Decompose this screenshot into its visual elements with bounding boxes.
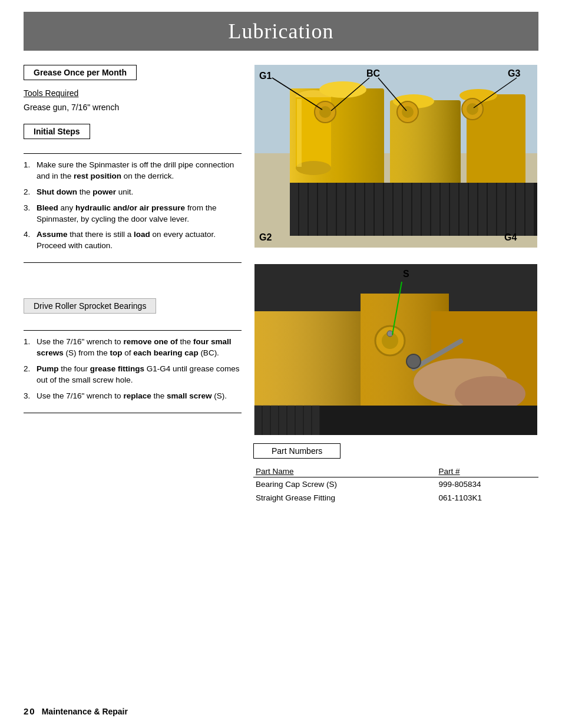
svg-rect-28 xyxy=(431,183,439,236)
tools-required-label: Tools Required xyxy=(24,88,242,98)
step-num: 3. xyxy=(24,203,37,214)
svg-rect-26 xyxy=(412,183,421,236)
svg-text:G1: G1 xyxy=(259,71,272,81)
svg-text:G3: G3 xyxy=(508,68,520,78)
step-num: 2. xyxy=(24,364,37,375)
svg-rect-34 xyxy=(488,183,496,236)
step-num: 1. xyxy=(24,160,37,171)
svg-rect-22 xyxy=(375,183,383,236)
list-item: 1. Use the 7/16" wrench to remove one of… xyxy=(24,337,242,359)
svg-rect-76 xyxy=(296,406,303,435)
svg-rect-30 xyxy=(450,183,458,236)
svg-rect-77 xyxy=(304,406,311,435)
list-item: 2. Shut down the power unit. xyxy=(24,187,242,198)
svg-rect-14 xyxy=(299,183,308,236)
part-name-cell: Straight Grease Fitting xyxy=(253,491,437,505)
page: Lubrication Grease Once per Month Tools … xyxy=(0,0,562,728)
part-num-header: Part # xyxy=(437,466,538,477)
svg-rect-35 xyxy=(497,183,505,236)
svg-rect-33 xyxy=(478,183,487,236)
step-text: Use the 7/16" wrench to remove one of th… xyxy=(37,337,242,359)
main-layout: Grease Once per Month Tools Required Gre… xyxy=(24,65,538,505)
part-name-cell: Bearing Cap Screw (S) xyxy=(253,477,437,492)
svg-rect-38 xyxy=(525,183,534,236)
svg-rect-31 xyxy=(459,183,468,236)
bottom-machine-image: S xyxy=(253,264,538,435)
svg-rect-15 xyxy=(309,183,317,236)
part-number-cell: 061-1103K1 xyxy=(437,491,538,505)
page-title: Lubrication xyxy=(24,12,538,51)
svg-rect-17 xyxy=(328,183,336,236)
top-machine-image: G1 BC G3 G2 G4 xyxy=(253,65,538,248)
table-row: Bearing Cap Screw (S) 999-805834 xyxy=(253,477,538,492)
svg-rect-75 xyxy=(287,406,295,435)
svg-rect-71 xyxy=(254,406,262,435)
initial-steps-list: 1. Make sure the Spinmaster is off the d… xyxy=(24,153,242,263)
svg-rect-74 xyxy=(279,406,286,435)
part-numbers-table: Part Name Part # Bearing Cap Screw (S) 9… xyxy=(253,466,538,505)
svg-rect-16 xyxy=(318,183,326,236)
step-num: 1. xyxy=(24,337,37,348)
svg-rect-27 xyxy=(422,183,430,236)
list-item: 4. Assume that there is still a load on … xyxy=(24,229,242,252)
drive-roller-heading-box: Drive Roller Sprocket Bearings xyxy=(24,298,156,314)
list-item: 1. Make sure the Spinmaster is off the d… xyxy=(24,160,242,182)
svg-rect-37 xyxy=(516,183,524,236)
table-row: Straight Grease Fitting 061-1103K1 xyxy=(253,491,538,505)
top-image-container: G1 BC G3 G2 G4 xyxy=(253,65,538,248)
svg-rect-11 xyxy=(297,99,302,167)
svg-rect-25 xyxy=(403,183,411,236)
grease-heading-box: Grease Once per Month xyxy=(24,65,137,80)
part-number-cell: 999-805834 xyxy=(437,477,538,492)
step-text: Bleed any hydraulic and/or air pressure … xyxy=(37,203,242,225)
step-num: 2. xyxy=(24,187,37,198)
footer-title: Maintenance & Repair xyxy=(42,707,128,716)
svg-point-43 xyxy=(319,106,331,118)
initial-steps-heading-box: Initial Steps xyxy=(24,124,90,139)
svg-text:G2: G2 xyxy=(259,232,272,242)
bottom-image-container: S xyxy=(253,264,538,435)
step-text: Shut down the power unit. xyxy=(37,187,242,198)
svg-rect-19 xyxy=(346,183,355,236)
part-numbers-section: Part Numbers Part Name Part # Bearing Ca… xyxy=(253,443,538,505)
svg-rect-36 xyxy=(507,183,515,236)
svg-rect-24 xyxy=(394,183,402,236)
svg-rect-21 xyxy=(365,183,373,236)
svg-text:S: S xyxy=(403,269,409,279)
svg-rect-29 xyxy=(441,183,449,236)
svg-rect-18 xyxy=(337,183,345,236)
step-text: Pump the four grease fittings G1-G4 unti… xyxy=(37,364,242,386)
svg-rect-78 xyxy=(312,406,319,435)
svg-point-39 xyxy=(319,81,366,98)
part-numbers-box: Part Numbers xyxy=(253,443,340,459)
svg-rect-13 xyxy=(290,183,298,236)
page-number: 20 xyxy=(24,706,36,716)
svg-point-66 xyxy=(406,354,421,368)
page-footer: 20 Maintenance & Repair xyxy=(24,706,128,716)
svg-text:BC: BC xyxy=(366,68,381,78)
step-num: 3. xyxy=(24,391,37,402)
tools-text: Grease gun, 7/16" wrench xyxy=(24,103,242,112)
step-text: Use the 7/16" wrench to replace the smal… xyxy=(37,391,242,402)
step-text: Make sure the Spinmaster is off the dril… xyxy=(37,160,242,182)
svg-rect-59 xyxy=(254,311,372,417)
svg-rect-32 xyxy=(469,183,477,236)
list-item: 3. Bleed any hydraulic and/or air pressu… xyxy=(24,203,242,225)
step-num: 4. xyxy=(24,229,37,241)
drive-roller-steps-list: 1. Use the 7/16" wrench to remove one of… xyxy=(24,330,242,413)
initial-steps-wrap: Initial Steps xyxy=(24,124,242,147)
svg-text:G4: G4 xyxy=(504,232,517,242)
step-text: Assume that there is still a load on eve… xyxy=(37,229,242,252)
right-column: G1 BC G3 G2 G4 xyxy=(253,65,538,505)
list-item: 2. Pump the four grease fittings G1-G4 u… xyxy=(24,364,242,386)
svg-rect-23 xyxy=(384,183,392,236)
list-item: 3. Use the 7/16" wrench to replace the s… xyxy=(24,391,242,402)
svg-point-47 xyxy=(467,103,478,115)
left-column: Grease Once per Month Tools Required Gre… xyxy=(24,65,242,505)
part-name-header: Part Name xyxy=(253,466,437,477)
svg-rect-20 xyxy=(356,183,364,236)
svg-rect-73 xyxy=(271,406,278,435)
svg-rect-72 xyxy=(263,406,270,435)
